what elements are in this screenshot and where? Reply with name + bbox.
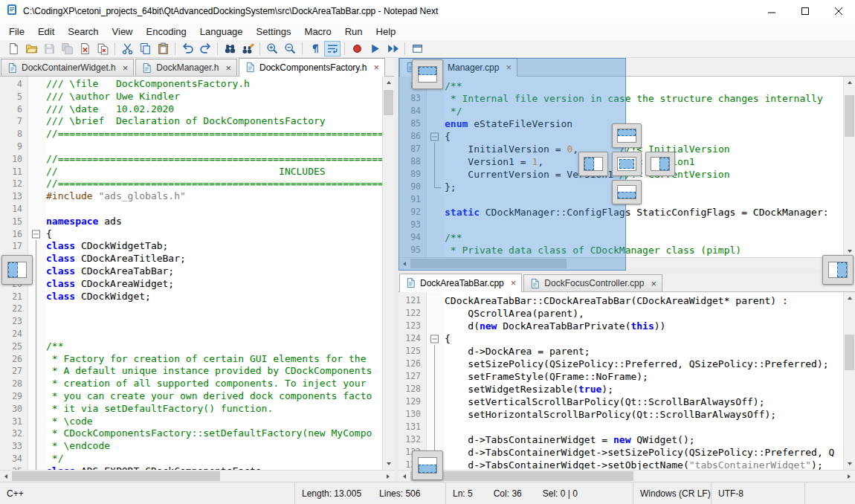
tab-close-icon[interactable]: × xyxy=(225,63,231,73)
dock-indicator-edge-bottom[interactable] xyxy=(412,450,443,480)
code-text: setWidgetResizable(true); xyxy=(445,383,843,395)
save-all-button[interactable] xyxy=(59,41,75,56)
scrollbar-track[interactable] xyxy=(844,304,855,458)
tab-close-icon[interactable]: × xyxy=(651,279,656,288)
menu-item-file[interactable]: File xyxy=(2,22,31,40)
tab-dockareatabbar-cpp[interactable]: DockAreaTabBar.cpp× xyxy=(399,274,522,292)
editor-dockareatabbar[interactable]: 121CDockAreaTabBar::CDockAreaTabBar(CDoc… xyxy=(399,292,855,470)
scrollbar-track[interactable] xyxy=(410,471,843,482)
fold-marker xyxy=(28,427,46,440)
fold-marker xyxy=(427,193,445,206)
horizontal-scrollbar[interactable] xyxy=(399,470,855,482)
vertical-scrollbar[interactable] xyxy=(843,77,855,257)
dock-indicator-cross-bottom[interactable] xyxy=(612,180,642,204)
zoom-out-button[interactable] xyxy=(282,41,298,56)
scrollbar-thumb[interactable] xyxy=(384,90,393,115)
maximize-button[interactable] xyxy=(788,0,822,22)
tab-dockcomponentsfactory-h[interactable]: DockComponentsFactory.h× xyxy=(239,58,385,77)
scrollbar-thumb[interactable] xyxy=(410,259,567,268)
scroll-down-button[interactable] xyxy=(383,458,394,470)
paste-button[interactable] xyxy=(155,41,171,56)
tab-dockcontainerwidget-h[interactable]: DockContainerWidget.h× xyxy=(1,59,134,76)
scrollbar-thumb[interactable] xyxy=(845,95,854,137)
run-macro-button[interactable] xyxy=(384,41,401,56)
fold-marker[interactable] xyxy=(427,332,445,345)
show-symbols-button[interactable] xyxy=(306,41,323,56)
vertical-scrollbar[interactable] xyxy=(843,292,855,470)
dock-area-left: DockContainerWidget.h×DockManager.h×Dock… xyxy=(0,58,394,482)
code-area[interactable]: 4/// \file DockComponentsFactory.h5/// \… xyxy=(0,77,382,470)
code-area[interactable]: 121CDockAreaTabBar::CDockAreaTabBar(CDoc… xyxy=(399,292,843,470)
new-file-button[interactable] xyxy=(5,41,22,56)
tab-label: DockManager.h xyxy=(156,62,219,73)
redo-button[interactable] xyxy=(197,41,213,56)
tab-close-icon[interactable]: × xyxy=(373,62,379,72)
scroll-down-button[interactable] xyxy=(844,458,855,470)
horizontal-scrollbar[interactable] xyxy=(399,257,855,269)
dock-indicator-cross-right[interactable] xyxy=(645,152,675,176)
record-macro-button[interactable] xyxy=(349,41,365,56)
tab-close-icon[interactable]: × xyxy=(123,63,129,73)
scrollbar-thumb[interactable] xyxy=(12,471,220,481)
menu-item-run[interactable]: Run xyxy=(338,22,370,40)
minimize-button[interactable] xyxy=(755,0,788,22)
menu-item-macro[interactable]: Macro xyxy=(298,22,338,40)
tab-close-icon[interactable]: × xyxy=(506,62,512,72)
fold-marker xyxy=(427,168,445,181)
focus-window-button[interactable] xyxy=(409,41,425,56)
undo-button[interactable] xyxy=(179,41,196,56)
fold-marker[interactable] xyxy=(427,130,445,143)
replace-button[interactable] xyxy=(239,41,256,56)
arrow-up-icon xyxy=(848,297,852,300)
menu-item-edit[interactable]: Edit xyxy=(31,22,61,40)
menu-item-language[interactable]: Language xyxy=(193,22,250,40)
scroll-left-button[interactable] xyxy=(399,258,410,270)
tab-close-icon[interactable]: × xyxy=(511,278,517,288)
menu-item-search[interactable]: Search xyxy=(61,22,105,40)
scrollbar-track[interactable] xyxy=(383,88,394,458)
open-file-button[interactable] xyxy=(23,41,39,56)
dock-indicator-edge-left[interactable] xyxy=(1,255,33,285)
dock-indicator-edge-right[interactable] xyxy=(822,255,854,285)
code-line: 15namespace ads xyxy=(0,216,382,228)
scroll-right-button[interactable] xyxy=(843,471,855,482)
scroll-up-button[interactable] xyxy=(383,77,394,88)
find-button[interactable] xyxy=(222,41,238,56)
play-macro-button[interactable] xyxy=(367,41,383,56)
close-all-button[interactable] xyxy=(94,41,111,56)
dock-indicator-cross-center[interactable] xyxy=(612,152,642,176)
menu-item-view[interactable]: View xyxy=(106,22,140,40)
tab-dockfocuscontroller-cpp[interactable]: DockFocusController.cpp× xyxy=(523,274,662,291)
scroll-up-button[interactable] xyxy=(844,292,855,304)
scrollbar-track[interactable] xyxy=(12,471,382,482)
menu-item-encoding[interactable]: Encoding xyxy=(140,22,193,40)
vertical-scrollbar[interactable] xyxy=(382,77,394,470)
dock-indicator-edge-top[interactable] xyxy=(412,59,443,89)
code-text xyxy=(445,219,843,231)
cut-button[interactable] xyxy=(119,41,135,56)
zoom-in-button[interactable] xyxy=(264,41,280,56)
copy-button[interactable] xyxy=(137,41,153,56)
save-file-button[interactable] xyxy=(41,41,57,56)
scrollbar-track[interactable] xyxy=(844,88,855,245)
scrollbar-track[interactable] xyxy=(410,258,843,269)
menu-item-help[interactable]: Help xyxy=(370,22,403,40)
close-file-button[interactable] xyxy=(77,41,93,56)
scrollbar-thumb[interactable] xyxy=(410,471,633,481)
fold-marker[interactable] xyxy=(28,228,46,241)
fold-marker xyxy=(28,78,46,91)
tab-dockmanager-h[interactable]: DockManager.h× xyxy=(135,59,237,76)
dock-indicator-cross-top[interactable] xyxy=(612,123,642,148)
close-button[interactable] xyxy=(822,0,855,22)
menu-item-settings[interactable]: Settings xyxy=(250,22,298,40)
scroll-left-button[interactable] xyxy=(399,471,410,482)
dock-indicator-cross-left[interactable] xyxy=(578,152,608,176)
line-number: 125 xyxy=(399,345,427,358)
scroll-up-button[interactable] xyxy=(844,77,855,88)
scroll-right-button[interactable] xyxy=(382,471,394,482)
scroll-left-button[interactable] xyxy=(0,471,12,482)
word-wrap-button[interactable] xyxy=(324,41,341,56)
scrollbar-thumb[interactable] xyxy=(845,335,854,370)
editor-dockcomponentsfactory[interactable]: 4/// \file DockComponentsFactory.h5/// \… xyxy=(0,77,394,470)
horizontal-scrollbar[interactable] xyxy=(0,470,394,482)
